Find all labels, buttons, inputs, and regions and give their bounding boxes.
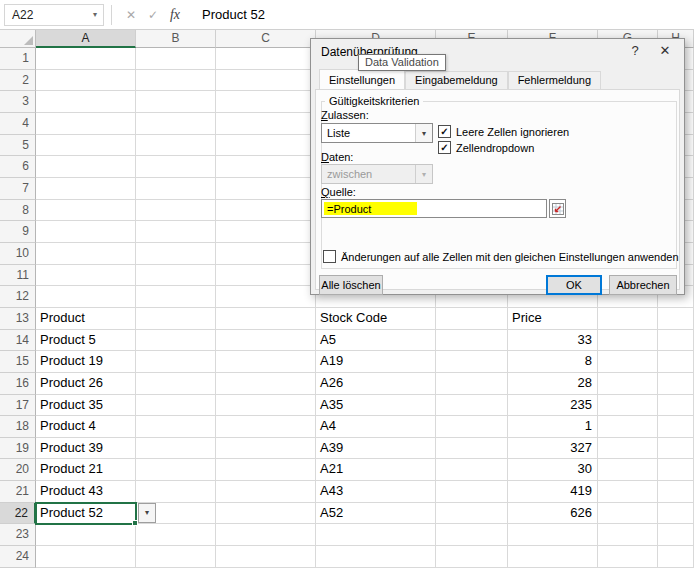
cell-B1[interactable] (136, 48, 216, 70)
cell-A1[interactable] (36, 48, 136, 70)
cell-F23[interactable] (508, 524, 598, 546)
cell-B10[interactable] (136, 243, 216, 265)
cell-D15[interactable]: A19 (316, 351, 436, 373)
cell-C20[interactable] (216, 459, 316, 481)
cell-A15[interactable]: Product 19 (36, 351, 136, 373)
row-header-7[interactable]: 7 (0, 178, 36, 200)
cell-B17[interactable] (136, 395, 216, 417)
cell-D14[interactable]: A5 (316, 330, 436, 352)
cell-B14[interactable] (136, 330, 216, 352)
apply-all-checkbox[interactable]: Änderungen auf alle Zellen mit den gleic… (323, 250, 679, 263)
cell-C24[interactable] (216, 546, 316, 568)
cell-B7[interactable] (136, 178, 216, 200)
row-header-12[interactable]: 12 (0, 286, 36, 308)
chevron-down-icon[interactable]: ▾ (87, 10, 103, 19)
row-header-22[interactable]: 22 (0, 503, 36, 525)
cell-E21[interactable] (436, 481, 508, 503)
cell-F13[interactable]: Price (508, 308, 598, 330)
cell-B21[interactable] (136, 481, 216, 503)
cell-A21[interactable]: Product 43 (36, 481, 136, 503)
cell-B20[interactable] (136, 459, 216, 481)
cell-B5[interactable] (136, 135, 216, 157)
cell-A8[interactable] (36, 200, 136, 222)
cell-B18[interactable] (136, 416, 216, 438)
clear-all-button[interactable]: Alle löschen (319, 275, 383, 295)
cell-G16[interactable] (598, 373, 658, 395)
cell-A11[interactable] (36, 265, 136, 287)
row-header-21[interactable]: 21 (0, 481, 36, 503)
cell-F20[interactable]: 30 (508, 459, 598, 481)
cell-E14[interactable] (436, 330, 508, 352)
cell-E13[interactable] (436, 308, 508, 330)
row-header-15[interactable]: 15 (0, 351, 36, 373)
row-header-9[interactable]: 9 (0, 221, 36, 243)
cell-H20[interactable] (658, 459, 694, 481)
cell-C19[interactable] (216, 438, 316, 460)
tab-eingabemeldung[interactable]: Eingabemeldung (405, 71, 508, 89)
formula-input[interactable]: Product 52 (202, 7, 265, 22)
cell-D24[interactable] (316, 546, 436, 568)
cell-A6[interactable] (36, 156, 136, 178)
cell-H23[interactable] (658, 524, 694, 546)
row-header-14[interactable]: 14 (0, 330, 36, 352)
cell-G23[interactable] (598, 524, 658, 546)
cell-C17[interactable] (216, 395, 316, 417)
cell-A9[interactable] (36, 221, 136, 243)
row-header-8[interactable]: 8 (0, 200, 36, 222)
cell-A20[interactable]: Product 21 (36, 459, 136, 481)
cell-E17[interactable] (436, 395, 508, 417)
cell-C14[interactable] (216, 330, 316, 352)
cell-F14[interactable]: 33 (508, 330, 598, 352)
cell-E16[interactable] (436, 373, 508, 395)
cell-B9[interactable] (136, 221, 216, 243)
cell-C5[interactable] (216, 135, 316, 157)
cell-C9[interactable] (216, 221, 316, 243)
cell-A18[interactable]: Product 4 (36, 416, 136, 438)
cell-H18[interactable] (658, 416, 694, 438)
cell-D16[interactable]: A26 (316, 373, 436, 395)
source-input[interactable]: =Product (321, 199, 547, 218)
cell-B12[interactable] (136, 286, 216, 308)
cell-A17[interactable]: Product 35 (36, 395, 136, 417)
cell-G17[interactable] (598, 395, 658, 417)
cell-F15[interactable]: 8 (508, 351, 598, 373)
cell-B3[interactable] (136, 91, 216, 113)
cell-G19[interactable] (598, 438, 658, 460)
cell-H21[interactable] (658, 481, 694, 503)
cell-D22[interactable]: A52 (316, 503, 436, 525)
row-header-13[interactable]: 13 (0, 308, 36, 330)
cell-F19[interactable]: 327 (508, 438, 598, 460)
cell-A3[interactable] (36, 91, 136, 113)
cell-C18[interactable] (216, 416, 316, 438)
cell-B4[interactable] (136, 113, 216, 135)
cell-B15[interactable] (136, 351, 216, 373)
cell-C3[interactable] (216, 91, 316, 113)
cell-G18[interactable] (598, 416, 658, 438)
row-header-16[interactable]: 16 (0, 373, 36, 395)
insert-function-icon[interactable]: fx (164, 7, 186, 23)
row-header-18[interactable]: 18 (0, 416, 36, 438)
cell-D19[interactable]: A39 (316, 438, 436, 460)
cell-G24[interactable] (598, 546, 658, 568)
in-cell-dropdown-checkbox[interactable]: ✓ Zellendropdown (438, 141, 534, 154)
column-header-A[interactable]: A (36, 30, 136, 48)
cell-H19[interactable] (658, 438, 694, 460)
row-header-24[interactable]: 24 (0, 546, 36, 568)
cell-D20[interactable]: A21 (316, 459, 436, 481)
cancel-button[interactable]: Abbrechen (609, 275, 677, 295)
cell-B11[interactable] (136, 265, 216, 287)
cell-A13[interactable]: Product (36, 308, 136, 330)
range-picker-button[interactable] (549, 199, 566, 218)
cell-G15[interactable] (598, 351, 658, 373)
cell-B16[interactable] (136, 373, 216, 395)
row-header-10[interactable]: 10 (0, 243, 36, 265)
cell-C13[interactable] (216, 308, 316, 330)
allow-dropdown[interactable]: Liste ▾ (321, 123, 433, 143)
cell-C2[interactable] (216, 70, 316, 92)
cell-H17[interactable] (658, 395, 694, 417)
cell-B19[interactable] (136, 438, 216, 460)
select-all-corner[interactable] (0, 30, 36, 48)
cell-G21[interactable] (598, 481, 658, 503)
cell-C21[interactable] (216, 481, 316, 503)
cell-A19[interactable]: Product 39 (36, 438, 136, 460)
